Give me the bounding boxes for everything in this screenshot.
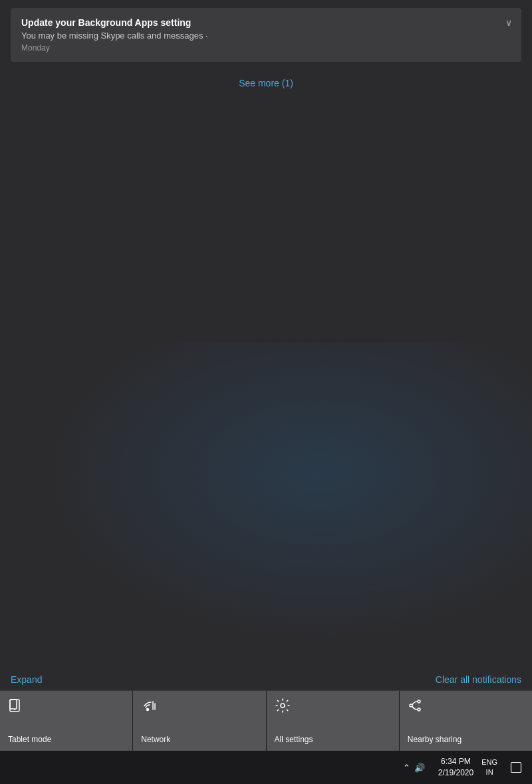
nearby-sharing-label: Nearby sharing [408,735,462,744]
bottom-bar: Expand Clear all notifications [0,669,532,690]
clear-all-button[interactable]: Clear all notifications [436,674,521,685]
volume-icon[interactable]: 🔊 [414,763,425,773]
language-label: ENG [481,757,497,767]
tray-up-arrow-icon[interactable]: ⌃ [403,763,410,773]
svg-point-6 [281,704,285,708]
notification-body: You may be missing Skype calls and messa… [21,31,511,41]
network-icon [141,698,157,718]
notification-center-button[interactable] [503,752,529,783]
tablet-mode-icon [8,698,24,718]
taskbar: ⌃ 🔊 6:34 PM 2/19/2020 ENG IN [0,751,532,784]
empty-area [0,342,532,669]
see-more-link[interactable]: See more (1) [11,67,521,99]
notifications-area: Update your Background Apps setting You … [0,0,532,342]
svg-point-9 [418,708,420,711]
system-tray: ⌃ 🔊 [398,760,430,775]
taskbar-date: 2/19/2020 [438,767,473,779]
network-tile[interactable]: Network [133,691,265,751]
svg-point-3 [147,709,149,711]
taskbar-right: ⌃ 🔊 6:34 PM 2/19/2020 ENG IN [398,752,529,783]
nearby-sharing-icon [408,698,424,718]
region-label: IN [486,767,493,777]
expand-button[interactable]: Expand [11,674,42,685]
notification-time: Monday [21,43,511,53]
settings-icon [275,698,291,718]
taskbar-time: 6:34 PM [441,756,471,767]
svg-rect-10 [511,763,521,773]
action-center: Update your Background Apps setting You … [0,0,532,784]
tablet-mode-label: Tablet mode [8,735,51,744]
all-settings-tile[interactable]: All settings [267,691,399,751]
notification-title: Update your Background Apps setting [21,17,511,28]
notification-card[interactable]: Update your Background Apps setting You … [11,8,521,62]
chevron-down-icon[interactable]: ∨ [505,17,512,28]
nearby-sharing-tile[interactable]: Nearby sharing [400,691,532,751]
tablet-mode-tile[interactable]: Tablet mode [0,691,132,751]
all-settings-label: All settings [275,735,313,744]
svg-point-8 [418,700,420,703]
taskbar-clock[interactable]: 6:34 PM 2/19/2020 [433,755,479,780]
language-region[interactable]: ENG IN [479,756,500,779]
network-label: Network [141,735,170,744]
svg-rect-2 [10,700,17,709]
quick-actions-grid: Tablet mode Network [0,690,532,751]
